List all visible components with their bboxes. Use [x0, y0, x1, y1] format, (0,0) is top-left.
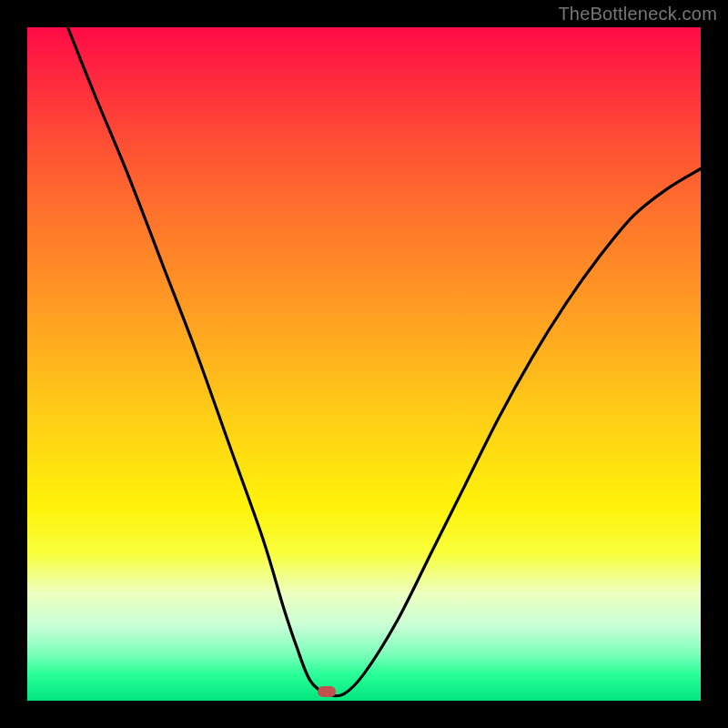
bottleneck-curve — [27, 27, 701, 701]
chart-frame: TheBottleneck.com — [0, 0, 728, 728]
min-marker — [318, 686, 336, 697]
watermark-text: TheBottleneck.com — [558, 4, 717, 25]
curve-path — [67, 27, 701, 696]
